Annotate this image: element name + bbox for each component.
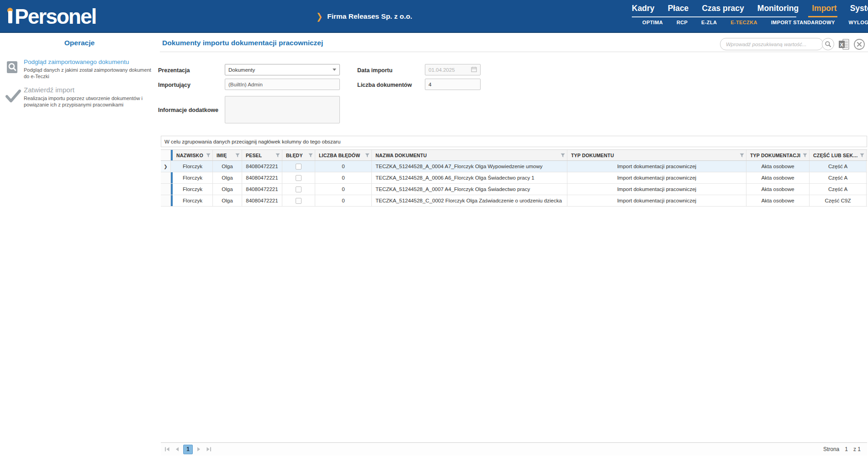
sub-nav-item-optima[interactable]: OPTIMA xyxy=(642,20,663,25)
bledy-checkbox[interactable] xyxy=(296,164,302,170)
cell-bledy xyxy=(282,172,315,183)
cell-typ-dokumentu: Import dokumentacji pracowniczej xyxy=(567,172,746,183)
cell-imie: Olga xyxy=(213,195,242,206)
column-header-czesc-lub-sekcja[interactable]: CZĘŚĆ LUB SEKCJA xyxy=(810,150,867,160)
sub-nav-item-import-standardowy[interactable]: IMPORT STANDARDOWY xyxy=(771,20,835,25)
search-input[interactable] xyxy=(720,38,823,50)
main-nav-item-kadry[interactable]: Kadry xyxy=(632,4,655,13)
main-nav-item-płace[interactable]: Płace xyxy=(668,4,689,13)
excel-export-icon[interactable]: X xyxy=(838,38,850,50)
cell-nazwisko: Florczyk xyxy=(173,161,213,172)
search-box xyxy=(720,38,823,50)
table-row[interactable]: FlorczykOlga840804722210TECZKA_51244528_… xyxy=(161,184,867,195)
grid-group-panel[interactable]: W celu zgrupowania danych przeciągnij na… xyxy=(161,136,867,147)
filter-icon[interactable] xyxy=(363,153,370,158)
cell-pesel: 84080472221 xyxy=(242,184,282,195)
sidebar-item-preview-document[interactable]: Podgląd zaimportowanego dokumentu Podglą… xyxy=(0,58,155,80)
company-name: Firma Releases Sp. z o.o. xyxy=(327,12,412,21)
company-selector[interactable]: ❯ Firma Releases Sp. z o.o. xyxy=(316,0,412,33)
cell-pesel: 84080472221 xyxy=(242,161,282,172)
bledy-checkbox[interactable] xyxy=(296,198,302,204)
cell-nazwisko: Florczyk xyxy=(173,184,213,195)
table-row[interactable]: FlorczykOlga840804722210TECZKA_51244528_… xyxy=(161,195,867,207)
operation-title[interactable]: Podgląd zaimportowanego dokumentu xyxy=(24,58,155,65)
column-header-nazwa-dokumentu[interactable]: NAZWA DOKUMENTU xyxy=(372,150,567,160)
importujacy-field[interactable]: (BuiltIn) Admin xyxy=(225,79,340,90)
main-nav-item-system[interactable]: System xyxy=(850,4,868,13)
search-icon[interactable] xyxy=(822,38,834,50)
filter-icon[interactable] xyxy=(801,153,807,158)
first-page-icon[interactable] xyxy=(162,444,172,454)
cell-pesel: 84080472221 xyxy=(242,172,282,183)
cell-nazwisko: Florczyk xyxy=(173,172,213,183)
bledy-checkbox[interactable] xyxy=(296,186,302,192)
liczba-dokumentow-field[interactable]: 4 xyxy=(425,79,481,90)
column-header-nazwisko[interactable]: NAZWISKO xyxy=(173,150,213,160)
prev-page-icon[interactable] xyxy=(172,444,182,454)
filter-icon[interactable] xyxy=(274,153,280,158)
informacje-textarea[interactable] xyxy=(225,96,340,123)
logo-i-stem xyxy=(8,11,12,23)
cell-bledy xyxy=(282,161,315,172)
cell-typ-dokumentacji: Akta osobowe xyxy=(746,161,810,172)
company-chevron-icon: ❯ xyxy=(316,11,323,22)
operation-title[interactable]: Zatwierdź import xyxy=(24,86,155,94)
filter-icon[interactable] xyxy=(307,153,313,158)
liczba-dokumentow-label: Liczba dokumentów xyxy=(357,82,412,88)
column-header-label: CZĘŚĆ LUB SEKCJA xyxy=(813,153,858,158)
table-row[interactable]: ❯FlorczykOlga840804722210TECZKA_51244528… xyxy=(161,161,867,172)
cell-nazwa-dokumentu: TECZKA_51244528_A_0007 A4_Florczyk Olga … xyxy=(372,184,567,195)
last-page-icon[interactable] xyxy=(204,444,214,454)
cell-imie: Olga xyxy=(213,161,242,172)
approve-check-icon xyxy=(5,90,21,104)
main-nav-active-underline xyxy=(808,16,837,17)
filter-icon[interactable] xyxy=(738,153,744,158)
sub-nav-item-e-teczka[interactable]: E-TECZKA xyxy=(730,20,757,25)
cell-typ-dokumentacji: Akta osobowe xyxy=(746,172,810,183)
main-nav: KadryPłaceCzas pracyMonitoringImportSyst… xyxy=(632,4,868,13)
column-header-imie[interactable]: IMIĘ xyxy=(213,150,242,160)
sub-nav-item-wyloguj[interactable]: WYLOGUJ xyxy=(849,20,868,25)
pager-status-label: Strona xyxy=(823,446,839,452)
column-header-bledy[interactable]: BŁĘDY xyxy=(282,150,315,160)
column-header-typ-dokumentacji[interactable]: TYP DOKUMENTACJI xyxy=(746,150,810,160)
cell-typ-dokumentacji: Akta osobowe xyxy=(746,184,810,195)
filter-icon[interactable] xyxy=(204,153,211,158)
current-page-button[interactable]: 1 xyxy=(183,445,193,454)
main-nav-item-monitoring[interactable]: Monitoring xyxy=(757,4,799,13)
cell-liczba-bledow: 0 xyxy=(315,172,372,183)
main-nav-item-import[interactable]: Import xyxy=(812,4,836,13)
cell-typ-dokumentu: Import dokumentacji pracowniczej xyxy=(567,161,746,172)
sub-nav-item-e-zla[interactable]: E-ZLA xyxy=(701,20,717,25)
operation-description: Realizacja importu poprzez utworzenie do… xyxy=(24,95,155,108)
sub-nav-item-rcp[interactable]: RCP xyxy=(677,20,688,25)
filter-icon[interactable] xyxy=(858,153,864,158)
importujacy-label: Importujący xyxy=(158,82,191,88)
column-header-label: TYP DOKUMENTU xyxy=(571,153,614,158)
table-row[interactable]: FlorczykOlga840804722210TECZKA_51244528_… xyxy=(161,172,867,184)
column-header-typ-dokumentu[interactable]: TYP DOKUMENTU xyxy=(567,150,746,160)
operation-description: Podgląd danych z jakimi został zaimporto… xyxy=(24,67,155,80)
app-logo[interactable]: Personel xyxy=(7,4,96,29)
filter-icon[interactable] xyxy=(233,153,240,158)
close-icon[interactable] xyxy=(853,38,865,50)
informacje-label: Informacje dodatkowe xyxy=(158,107,218,113)
next-page-icon[interactable] xyxy=(194,444,204,454)
pager-bar: 1 Strona 1 z 1 xyxy=(161,442,867,456)
filter-icon[interactable] xyxy=(559,153,565,158)
svg-text:X: X xyxy=(840,42,844,48)
chevron-down-icon xyxy=(333,69,336,71)
column-header-label: NAZWA DOKUMENTU xyxy=(376,153,427,158)
column-header-pesel[interactable]: PESEL xyxy=(242,150,282,160)
data-importu-label: Data importu xyxy=(357,67,392,74)
pager-status: Strona 1 z 1 xyxy=(823,446,861,452)
data-importu-field[interactable]: 01.04.2025 xyxy=(425,64,481,75)
sidebar-item-approve-import[interactable]: Zatwierdź import Realizacja importu popr… xyxy=(0,86,155,108)
cell-czesc-lub-sekcja: Część A xyxy=(810,172,867,183)
column-header-label: NAZWISKO xyxy=(176,153,203,158)
main-nav-item-czas-pracy[interactable]: Czas pracy xyxy=(702,4,744,13)
column-header-liczba-bledow[interactable]: LICZBA BŁĘDÓW xyxy=(315,150,372,160)
prezentacja-select[interactable]: Dokumenty xyxy=(225,64,340,75)
page-title: Dokumenty importu dokumentacji pracownic… xyxy=(162,39,323,47)
bledy-checkbox[interactable] xyxy=(296,175,302,181)
